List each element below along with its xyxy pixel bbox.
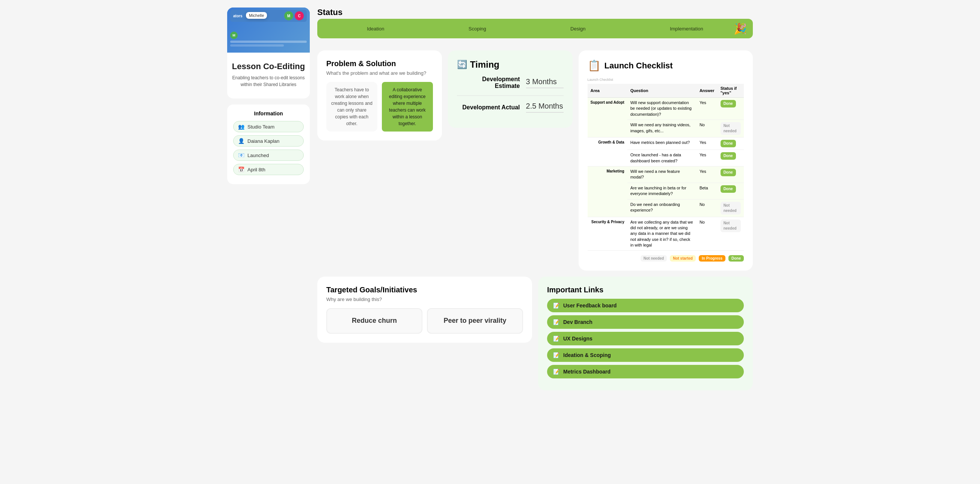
link-label-5: Metrics Dashboard <box>563 369 611 375</box>
area-security: Security & Privacy <box>588 217 627 251</box>
checklist-title-text: Launch Checklist <box>605 61 673 71</box>
status-1: Done <box>718 98 744 120</box>
goals-card: Targeted Goals/Initiatives Why are we bu… <box>317 276 532 342</box>
timing-header: 🔄 Timing <box>457 59 563 70</box>
link-metrics-dashboard[interactable]: 📝 Metrics Dashboard <box>547 365 744 379</box>
link-label-3: UX Designs <box>563 335 592 342</box>
q-3: Have metrics been planned out? <box>627 137 697 150</box>
ps-title: Problem & Solution <box>326 59 433 68</box>
ans-2: No <box>697 120 718 137</box>
goals-subtitle: Why are we building this? <box>326 297 523 302</box>
ans-6: Beta <box>697 183 718 199</box>
info-badge-person[interactable]: 👤 Daiana Kaplan <box>233 135 304 147</box>
legend-not-started: Not started <box>670 255 696 262</box>
preview-desc: Enabling teachers to co-edit lessons wit… <box>232 74 305 88</box>
link-icon-5: 📝 <box>553 369 560 375</box>
main-content: Status Ideation Scoping Design Implement… <box>317 8 753 390</box>
q-8: Are we collecting any data that we did n… <box>627 217 697 251</box>
ans-3: Yes <box>697 137 718 150</box>
stage-design: Design <box>570 26 585 32</box>
col-area: Area <box>588 84 627 98</box>
checklist-icon: 📋 <box>588 59 601 72</box>
legend-in-progress: In Progress <box>699 255 725 262</box>
info-card-title: Information <box>233 110 304 117</box>
avatar-m2: M <box>230 32 238 39</box>
team-label: Studio Team <box>247 124 274 129</box>
launch-checklist-card: 📋 Launch Checklist Launch Checklist Area… <box>579 50 753 270</box>
ans-4: Yes <box>697 150 718 166</box>
timing-actual-value: 2.5 Months <box>526 102 563 113</box>
stage-implementation: Implementation <box>670 26 703 32</box>
goal-peer-virality: Peer to peer virality <box>427 308 523 333</box>
timing-icon: 🔄 <box>457 60 467 70</box>
timing-estimate-value: 3 Months <box>526 77 563 88</box>
ans-5: Yes <box>697 166 718 183</box>
avatar-c: C <box>295 11 304 20</box>
status-stages: Ideation Scoping Design Implementation <box>325 26 745 32</box>
person-icon: 👤 <box>238 138 245 144</box>
preview-card: ators M C Michelle M Lesson Co-Editing <box>227 8 310 99</box>
ans-8: No <box>697 217 718 251</box>
status-8: Not needed <box>718 217 744 251</box>
info-card: Information 👥 Studio Team 👤 Daiana Kapla… <box>227 104 310 184</box>
status-3: Done <box>718 137 744 150</box>
status-7: Not needed <box>718 199 744 217</box>
status-6: Done <box>718 183 744 199</box>
info-badge-date[interactable]: 📅 April 8th <box>233 164 304 175</box>
toolbar-text: ators <box>233 14 242 18</box>
link-label-1: User Feedback board <box>563 302 617 308</box>
timing-actual-label: Development Actual <box>457 104 520 111</box>
info-badge-team[interactable]: 👥 Studio Team <box>233 121 304 132</box>
area-growth: Growth & Data <box>588 137 627 166</box>
tooltip-bubble: Michelle <box>246 12 267 19</box>
timing-estimate-row: Development Estimate 3 Months <box>457 76 563 89</box>
ans-7: No <box>697 199 718 217</box>
link-ux-designs[interactable]: 📝 UX Designs <box>547 332 744 345</box>
area-support: Support and Adopt <box>588 98 627 137</box>
legend-done: Done <box>729 255 744 262</box>
stage-ideation: Ideation <box>367 26 384 32</box>
preview-header: ators M C Michelle M <box>227 8 310 53</box>
status-2: Not needed <box>718 120 744 137</box>
col-question: Question <box>627 84 697 98</box>
q-6: Are we launching in beta or for everyone… <box>627 183 697 199</box>
checklist-title: 📋 Launch Checklist <box>588 59 744 72</box>
status-4: Done <box>718 150 744 166</box>
status-5: Done <box>718 166 744 183</box>
table-row: Support and Adopt Will new support docum… <box>588 98 744 120</box>
checklist-table: Area Question Answer Status if "yes" Sup… <box>588 84 744 251</box>
link-user-feedback[interactable]: 📝 User Feedback board <box>547 299 744 312</box>
solution-box: A collaborative editing experience where… <box>382 82 433 131</box>
status-header: Status <box>317 8 753 17</box>
preview-title: Lesson Co-Editing <box>232 62 305 71</box>
q-1: Will new support documentation be needed… <box>627 98 697 120</box>
important-links-card: Important Links 📝 User Feedback board 📝 … <box>538 276 753 390</box>
links-list: 📝 User Feedback board 📝 Dev Branch 📝 UX … <box>547 299 744 379</box>
ps-content: Teachers have to work alone when creatin… <box>326 82 433 131</box>
info-badge-launched[interactable]: 📧 Launched <box>233 150 304 161</box>
ans-1: Yes <box>697 98 718 120</box>
celebration-icon: 🎉 <box>734 22 747 35</box>
problem-solution-card: Problem & Solution What's the problem an… <box>317 50 442 141</box>
legend-not-needed: Not needed <box>641 255 667 262</box>
person-label: Daiana Kaplan <box>247 138 279 144</box>
launched-icon: 📧 <box>238 152 245 158</box>
goals-title: Targeted Goals/Initiatives <box>326 286 523 294</box>
link-icon-3: 📝 <box>553 335 560 342</box>
timing-actual-row: Development Actual 2.5 Months <box>457 102 563 113</box>
link-dev-branch[interactable]: 📝 Dev Branch <box>547 315 744 329</box>
link-icon-1: 📝 <box>553 302 560 308</box>
team-icon: 👥 <box>238 124 245 129</box>
status-bar: Ideation Scoping Design Implementation 🎉 <box>317 19 753 38</box>
q-2: Will we need any training videos, images… <box>627 120 697 137</box>
date-icon: 📅 <box>238 166 245 173</box>
table-row: Growth & Data Have metrics been planned … <box>588 137 744 150</box>
stage-scoping: Scoping <box>469 26 486 32</box>
table-row: Security & Privacy Are we collecting any… <box>588 217 744 251</box>
q-5: Will we need a new feature modal? <box>627 166 697 183</box>
ps-subtitle: What's the problem and what are we build… <box>326 70 433 76</box>
link-icon-2: 📝 <box>553 319 560 325</box>
link-ideation-scoping[interactable]: 📝 Ideation & Scoping <box>547 348 744 362</box>
q-7: Do we need an onboarding experience? <box>627 199 697 217</box>
timing-card: 🔄 Timing Development Estimate 3 Months D… <box>448 50 573 128</box>
